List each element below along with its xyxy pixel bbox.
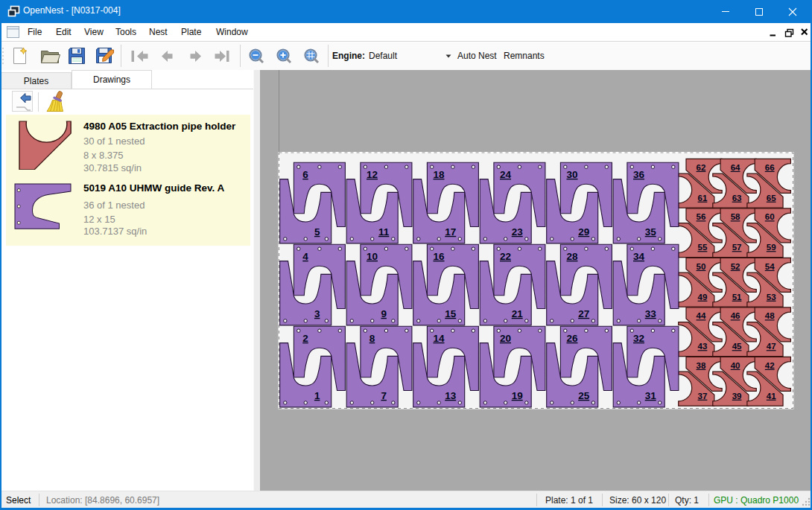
svg-text:53: 53 — [767, 293, 776, 302]
svg-text:27: 27 — [578, 308, 589, 319]
svg-text:50: 50 — [697, 262, 706, 271]
svg-text:24: 24 — [500, 169, 512, 180]
svg-text:40: 40 — [731, 361, 740, 370]
svg-text:5: 5 — [314, 226, 320, 238]
svg-text:37: 37 — [698, 392, 708, 401]
svg-text:28: 28 — [566, 251, 578, 262]
svg-text:23: 23 — [512, 226, 524, 238]
svg-text:31: 31 — [645, 390, 657, 401]
svg-text:16: 16 — [433, 251, 445, 262]
svg-text:33: 33 — [645, 308, 657, 319]
svg-text:10: 10 — [367, 251, 378, 262]
svg-text:57: 57 — [732, 243, 742, 252]
svg-text:6: 6 — [302, 169, 308, 180]
svg-text:41: 41 — [767, 392, 776, 401]
svg-text:32: 32 — [633, 333, 644, 344]
svg-text:26: 26 — [566, 333, 578, 344]
svg-text:54: 54 — [765, 262, 775, 271]
svg-text:22: 22 — [500, 251, 511, 262]
svg-text:2: 2 — [302, 333, 308, 344]
svg-text:43: 43 — [698, 342, 708, 351]
svg-text:19: 19 — [512, 390, 523, 401]
svg-text:15: 15 — [445, 308, 457, 319]
svg-text:29: 29 — [578, 226, 589, 238]
svg-text:58: 58 — [731, 212, 740, 221]
svg-text:49: 49 — [698, 293, 708, 302]
svg-text:1: 1 — [314, 390, 320, 401]
svg-text:13: 13 — [445, 390, 457, 401]
svg-text:34: 34 — [633, 251, 645, 262]
svg-text:44: 44 — [697, 311, 706, 320]
svg-text:42: 42 — [765, 361, 775, 370]
svg-text:18: 18 — [433, 169, 445, 180]
svg-text:12: 12 — [367, 169, 378, 180]
svg-text:35: 35 — [645, 226, 657, 238]
svg-text:21: 21 — [512, 308, 524, 319]
svg-text:20: 20 — [500, 333, 511, 344]
svg-text:48: 48 — [765, 311, 775, 320]
svg-text:8: 8 — [369, 333, 375, 344]
svg-text:4: 4 — [302, 251, 308, 262]
svg-text:55: 55 — [698, 243, 708, 252]
svg-text:11: 11 — [378, 226, 390, 238]
svg-text:38: 38 — [697, 361, 706, 370]
svg-text:9: 9 — [381, 308, 387, 319]
svg-text:39: 39 — [732, 392, 742, 401]
svg-text:17: 17 — [445, 226, 456, 238]
svg-text:45: 45 — [732, 342, 742, 351]
svg-text:59: 59 — [767, 243, 776, 252]
svg-text:64: 64 — [731, 163, 740, 172]
svg-text:14: 14 — [433, 333, 445, 344]
svg-text:60: 60 — [765, 212, 775, 221]
svg-text:63: 63 — [732, 194, 742, 203]
svg-text:61: 61 — [698, 194, 708, 203]
svg-text:36: 36 — [633, 169, 645, 180]
svg-text:66: 66 — [765, 163, 775, 172]
svg-text:51: 51 — [732, 293, 742, 302]
svg-text:3: 3 — [314, 308, 320, 319]
svg-text:56: 56 — [697, 212, 706, 221]
svg-text:52: 52 — [731, 262, 740, 271]
svg-text:25: 25 — [578, 390, 590, 401]
svg-text:47: 47 — [767, 342, 776, 351]
svg-text:62: 62 — [697, 163, 706, 172]
svg-text:30: 30 — [566, 169, 577, 180]
svg-text:65: 65 — [767, 194, 776, 203]
svg-text:46: 46 — [731, 311, 740, 320]
svg-text:7: 7 — [381, 390, 387, 401]
